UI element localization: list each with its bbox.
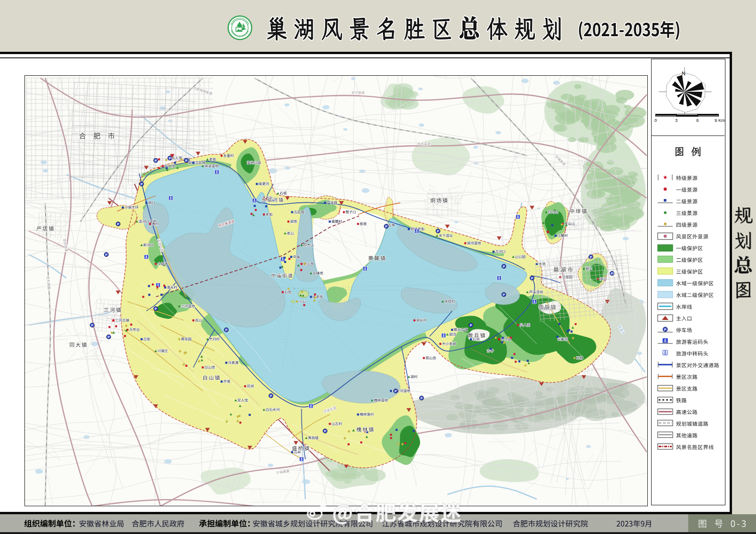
svg-text:P: P bbox=[611, 272, 613, 275]
svg-text:P: P bbox=[503, 293, 505, 296]
svg-text:P: P bbox=[470, 324, 472, 327]
svg-text:P: P bbox=[664, 327, 666, 332]
svg-text:P: P bbox=[155, 159, 157, 162]
svg-text:P: P bbox=[385, 225, 388, 228]
svg-text:P: P bbox=[437, 230, 439, 233]
svg-text:P: P bbox=[324, 430, 326, 433]
svg-text:P: P bbox=[225, 328, 228, 332]
svg-text:P: P bbox=[421, 397, 423, 400]
svg-text:P: P bbox=[155, 307, 157, 311]
svg-text:P: P bbox=[141, 183, 143, 186]
svg-text:P: P bbox=[531, 277, 533, 280]
svg-text:P: P bbox=[590, 255, 592, 259]
svg-text:P: P bbox=[108, 335, 110, 339]
svg-text:P: P bbox=[270, 394, 272, 398]
svg-text:P: P bbox=[117, 223, 119, 226]
svg-text:P: P bbox=[105, 253, 108, 256]
svg-text:P: P bbox=[395, 390, 397, 393]
svg-text:P: P bbox=[503, 265, 505, 268]
svg-text:P: P bbox=[185, 159, 188, 162]
svg-text:P: P bbox=[169, 157, 171, 160]
svg-text:P: P bbox=[91, 324, 94, 327]
